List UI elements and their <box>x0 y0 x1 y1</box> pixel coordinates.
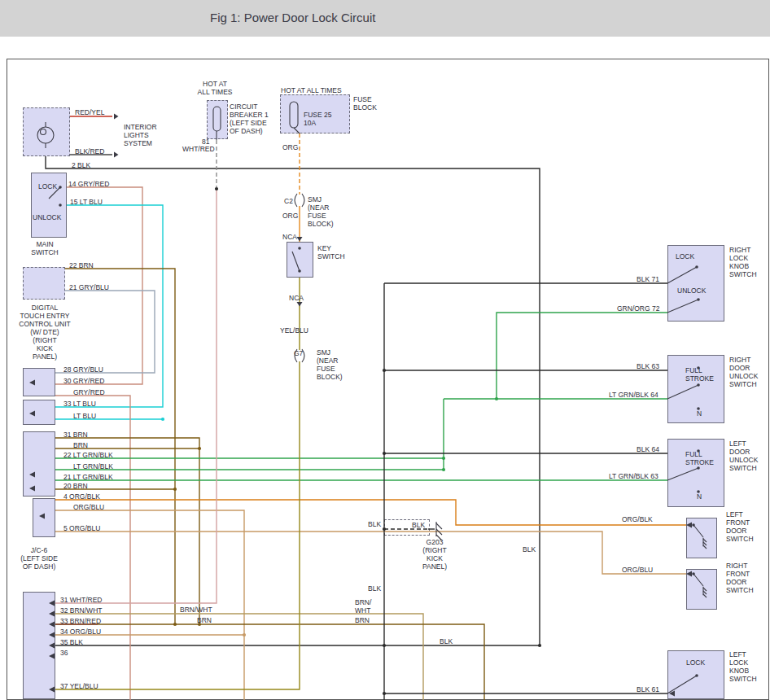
pin-30-gry-red: 30 GRY/RED <box>63 377 104 385</box>
rlks-lock: LOCK <box>676 252 694 260</box>
rdus-label: RIGHT DOOR UNLOCK SWITCH <box>729 356 758 388</box>
nca-label-1: NCA <box>282 233 297 241</box>
pin-36: 36 <box>60 649 68 657</box>
blk-64-label: BLK 64 <box>637 445 659 453</box>
lfds-label: LEFT FRONT DOOR SWITCH <box>726 510 754 543</box>
pin-21-lt-grn: 21 LT GRN/BLK <box>63 473 113 481</box>
main-switch-label: MAIN SWITCH <box>23 240 67 256</box>
junction-dot <box>173 623 177 626</box>
right-front-door-switch-box <box>686 569 717 610</box>
g203-label: G203 (RIGHT KICK PANEL) <box>413 538 456 571</box>
org-label-2: ORG <box>282 212 298 220</box>
wire-org-blu-5 <box>55 532 686 574</box>
jc6-label: J/C-6 (LEFT SIDE OF DASH) <box>16 546 62 571</box>
yel-blu-label: YEL/BLU <box>280 326 308 335</box>
dte-label: DIGITAL TOUCH ENTRY CONTROL UNIT (W/ DTE… <box>15 304 75 361</box>
pin-14-gry-red: 14 GRY/RED <box>68 180 109 188</box>
wire-layer <box>0 0 770 700</box>
junction-dot <box>383 369 386 372</box>
blk-red-label: BLK/RED <box>75 147 104 155</box>
hot-at-all-times-1: HOT AT ALL TIMES <box>195 80 234 96</box>
smj-label-2: SMJ (NEAR FUSE BLOCK) <box>317 348 343 381</box>
pin-22-brn: 22 BRN <box>69 261 94 269</box>
circuit-breaker-box <box>207 100 228 139</box>
wire-blk-main <box>46 156 540 645</box>
smj-connector-icon <box>295 194 297 207</box>
llks-lock: LOCK <box>686 658 705 667</box>
pin-35-blk: 35 BLK <box>60 638 83 646</box>
org-blu-label: ORG/BLU <box>73 503 104 511</box>
blk-61-label: BLK 61 <box>637 685 659 693</box>
blk-71-label: BLK 71 <box>637 275 659 283</box>
ground-icon <box>436 529 442 535</box>
interior-lights-box <box>23 107 70 156</box>
wire-brn-wht-32 <box>55 614 423 700</box>
rlks-unlock: UNLOCK <box>677 287 706 295</box>
blk-label-bus: BLK <box>440 637 453 645</box>
pin-20-brn: 20 BRN <box>63 482 88 490</box>
blk-label-472: BLK <box>368 584 381 593</box>
brn-label-2: BRN <box>355 616 370 624</box>
lt-blu-label: LT BLU <box>73 412 96 420</box>
llks-label: LEFT LOCK KNOB SWITCH <box>729 650 757 683</box>
left-lock-knob-switch-box <box>667 650 724 699</box>
pin-4-org-blk: 4 ORG/BLK <box>63 492 100 501</box>
key-switch-box <box>287 242 313 278</box>
red-yel-label: RED/YEL <box>75 108 104 116</box>
wht-red-label: WHT/RED <box>182 145 215 153</box>
blk-label-g203-left: BLK <box>368 520 381 528</box>
arrow-icon <box>114 152 119 158</box>
pin-31-brn: 31 BRN <box>63 431 88 439</box>
junction-dot <box>383 692 386 695</box>
hot-at-all-times-2: HOT AT ALL TIMES <box>281 86 342 94</box>
wire-brn-33 <box>55 624 484 700</box>
arrow-icon <box>114 114 119 120</box>
full-stroke-2: FULL STROKE <box>685 450 714 466</box>
pin-22-lt-grn: 22 LT GRN/BLK <box>63 451 113 459</box>
blk-label-g203-right: BLK <box>412 521 425 529</box>
n-label-2: N <box>697 492 702 501</box>
blk-63-label: BLK 63 <box>637 362 659 370</box>
fuse-block-label: FUSE BLOCK <box>353 95 377 112</box>
junction-dot <box>383 452 386 455</box>
brn-wht-label-1: BRN/WHT <box>180 606 212 614</box>
junction-dot <box>538 644 541 647</box>
pin-33-brn-red: 33 BRN/RED <box>60 617 101 625</box>
n-label-1: N <box>697 409 702 418</box>
full-stroke-1: FULL STROKE <box>685 366 714 383</box>
key-switch-label: KEY SWITCH <box>317 244 345 260</box>
gry-red-label: GRY/RED <box>73 388 105 396</box>
lt-grn-label: LT GRN/BLK <box>73 462 113 470</box>
pin-15-lt-blu: 15 LT BLU <box>70 198 103 206</box>
pin-31-wht-red: 31 WHT/RED <box>60 596 102 604</box>
org-blk-label: ORG/BLK <box>622 515 653 523</box>
brn-wht-label-2: BRN/ WHT <box>355 598 371 615</box>
brn-label: BRN <box>73 441 88 449</box>
pin-37-yel-blu: 37 YEL/BLU <box>60 682 98 690</box>
jc6-box-b <box>23 400 55 425</box>
interior-lights-label: INTERIOR LIGHTS SYSTEM <box>124 123 157 147</box>
jc6-box-c <box>23 431 55 497</box>
junction-dot <box>173 488 177 491</box>
wire-org-blu-jc6 <box>55 510 244 700</box>
rfds-label: RIGHT FRONT DOOR SWITCH <box>726 562 754 594</box>
left-door-unlock-switch-box <box>667 439 724 507</box>
brn-label-1: BRN <box>197 616 212 624</box>
pin-33-lt-blu: 33 LT BLU <box>63 400 96 408</box>
wiring-diagram: RED/YELINTERIOR LIGHTS SYSTEMBLK/RED2 BL… <box>0 0 770 700</box>
main-switch-lock: LOCK <box>38 182 57 190</box>
junction-dot <box>495 397 498 400</box>
junction-dot <box>243 633 246 637</box>
ldus-label: LEFT DOOR UNLOCK SWITCH <box>729 440 758 472</box>
left-front-door-switch-box <box>686 518 717 558</box>
pin-34-org-blu: 34 ORG/BLU <box>60 628 101 636</box>
junction-dot <box>383 644 386 647</box>
nca-label-2: NCA <box>289 294 304 302</box>
grn-org-72-label: GRN/ORG 72 <box>617 304 659 313</box>
jc6-box-d <box>33 498 55 537</box>
junction-dot <box>442 457 445 460</box>
arrow-icon <box>297 302 303 307</box>
org-label-1: ORG <box>282 143 298 151</box>
junction-dot <box>215 187 218 190</box>
pin-28-gry-blu: 28 GRY/BLU <box>63 365 103 374</box>
